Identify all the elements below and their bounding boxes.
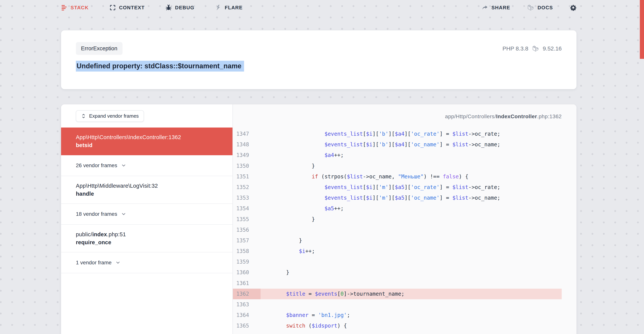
share-button[interactable]: SHARE — [482, 5, 510, 11]
laravel-icon — [527, 4, 534, 11]
code-header: app/Http/Controllers/IndexController.php… — [233, 104, 576, 129]
frame-method: require_once — [76, 238, 225, 246]
code-line: 1364 $banner = 'bn1.jpg'; — [233, 310, 562, 320]
line-number: 1366 — [233, 331, 260, 334]
tab-stack[interactable]: STACK — [61, 5, 89, 11]
code-line: 1366 — [233, 331, 562, 334]
code-text: $i++; — [260, 246, 315, 257]
action-label: SHARE — [491, 5, 510, 11]
flare-icon — [215, 5, 221, 11]
line-number: 1349 — [233, 150, 260, 161]
version-info: PHP 8.3.8 9.52.16 — [502, 45, 562, 52]
vendor-frames-toggle[interactable]: 1 vendor frame — [61, 252, 232, 273]
tab-label: CONTEXT — [119, 5, 145, 11]
debug-icon — [166, 5, 172, 11]
stack-frame[interactable]: App\Http\Middleware\LogVisit:32handle — [61, 176, 232, 204]
frame-method: betsid — [76, 141, 225, 149]
code-line: 1352 $events_list[$i]['m'][$a5]['oc_rate… — [233, 182, 562, 193]
tab-label: STACK — [70, 5, 89, 11]
code-text: if (strpos($list->oc_name, "Меньше") !==… — [260, 171, 468, 182]
code-line: 1365 switch ($idsport) { — [233, 320, 562, 331]
tab-context[interactable]: CONTEXT — [110, 5, 145, 11]
code-text: $banner = 'bn1.jpg'; — [260, 310, 350, 320]
code-line: 1348 $events_list[$i]['b'][$a4]['oc_name… — [233, 139, 562, 150]
code-line: 1359 — [233, 257, 562, 267]
framework-version: 9.52.16 — [543, 45, 562, 52]
vendor-frames-toggle[interactable]: 26 vendor frames — [61, 155, 232, 176]
nav-tabs: STACKCONTEXTDEBUGFLARE — [61, 5, 243, 11]
chevron-down-icon — [121, 163, 126, 168]
code-text: } — [260, 214, 315, 225]
code-text: $a4++; — [260, 150, 344, 161]
code-line: 1355 } — [233, 214, 562, 225]
code-text: $events_list[$i]['m'][$a5]['oc_name'] = … — [260, 193, 500, 203]
error-card: ErrorException PHP 8.3.8 9.52.16 Undefin… — [61, 30, 576, 89]
code-text: } — [260, 161, 315, 171]
docs-button[interactable]: DOCS — [527, 4, 553, 11]
code-line-highlighted: 1362 $title = $events[0]->tournament_nam… — [233, 289, 562, 299]
code-line: 1349 $a4++; — [233, 150, 562, 161]
stack-frame[interactable]: public/index.php:51require_once — [61, 225, 232, 252]
line-number: 1352 — [233, 182, 260, 193]
chevron-down-icon — [115, 260, 120, 265]
line-number: 1361 — [233, 278, 260, 289]
code-text: $title = $events[0]->tournament_name; — [260, 289, 404, 299]
code-text: $events_list[$i]['b'][$a4]['oc_rate'] = … — [260, 129, 500, 139]
vendor-frames-label: 26 vendor frames — [76, 162, 117, 169]
frame-location: App\Http\Middleware\LogVisit:32 — [76, 182, 225, 190]
line-number: 1358 — [233, 246, 260, 257]
line-number: 1363 — [233, 299, 260, 310]
tab-label: DEBUG — [175, 5, 194, 11]
laravel-icon — [532, 45, 539, 52]
code-line: 1354 $a5++; — [233, 203, 562, 214]
code-text: $a5++; — [260, 203, 344, 214]
code-pane: app/Http/Controllers/IndexController.php… — [233, 104, 576, 334]
code-text: $events_list[$i]['m'][$a5]['oc_rate'] = … — [260, 182, 500, 193]
frame-location: App\Http\Controllers\IndexController:136… — [76, 133, 225, 141]
expand-vertical-icon — [81, 114, 86, 119]
code-line: 1356 — [233, 225, 562, 235]
code-text: } — [260, 235, 302, 246]
expand-vendor-frames-label: Expand vendor frames — [89, 113, 139, 119]
code-line: 1363 — [233, 299, 562, 310]
line-number: 1351 — [233, 171, 260, 182]
line-number: 1364 — [233, 310, 260, 320]
gear-icon — [570, 4, 576, 11]
line-number: 1354 — [233, 203, 260, 214]
code-line: 1360 } — [233, 267, 562, 278]
expand-vendor-frames-button[interactable]: Expand vendor frames — [76, 110, 144, 122]
vendor-frames-label: 1 vendor frame — [76, 259, 112, 267]
code-line: 1361 — [233, 278, 562, 289]
tab-debug[interactable]: DEBUG — [166, 5, 194, 11]
error-message-selection: Undefined property: stdClass::$tournamen… — [76, 61, 244, 72]
tab-flare[interactable]: FLARE — [215, 5, 243, 11]
line-number: 1357 — [233, 235, 260, 246]
frame-location: public/index.php:51 — [76, 230, 225, 238]
line-number: 1355 — [233, 214, 260, 225]
line-number: 1353 — [233, 193, 260, 203]
stack-frames-pane: Expand vendor frames App\Http\Controller… — [61, 104, 233, 334]
line-number: 1347 — [233, 129, 260, 139]
scrollbar-thumb[interactable] — [640, 0, 644, 59]
stack-frame-active[interactable]: App\Http\Controllers\IndexController:136… — [61, 128, 232, 155]
code-text: } — [260, 267, 290, 278]
code-line: 1353 $events_list[$i]['m'][$a5]['oc_name… — [233, 193, 562, 203]
chevron-down-icon — [121, 211, 126, 217]
error-message: Undefined property: stdClass::$tournamen… — [76, 62, 562, 70]
frames-header: Expand vendor frames — [61, 104, 232, 128]
code-text: $events_list[$i]['b'][$a4]['oc_name'] = … — [260, 139, 500, 150]
vendor-frames-toggle[interactable]: 18 vendor frames — [61, 204, 232, 225]
line-number: 1348 — [233, 139, 260, 150]
code-line: 1357 } — [233, 235, 562, 246]
code-line: 1358 $i++; — [233, 246, 562, 257]
php-version: PHP 8.3.8 — [502, 45, 528, 52]
code-text: switch ($idsport) { — [260, 320, 347, 331]
line-number: 1365 — [233, 320, 260, 331]
line-number: 1362 — [233, 289, 260, 299]
stack-icon — [61, 5, 67, 11]
context-icon — [110, 5, 116, 11]
settings-button[interactable] — [570, 4, 576, 11]
top-nav: STACKCONTEXTDEBUGFLARE SHAREDOCS — [0, 0, 644, 15]
frame-method: handle — [76, 190, 225, 198]
exception-class-badge: ErrorException — [76, 42, 122, 55]
